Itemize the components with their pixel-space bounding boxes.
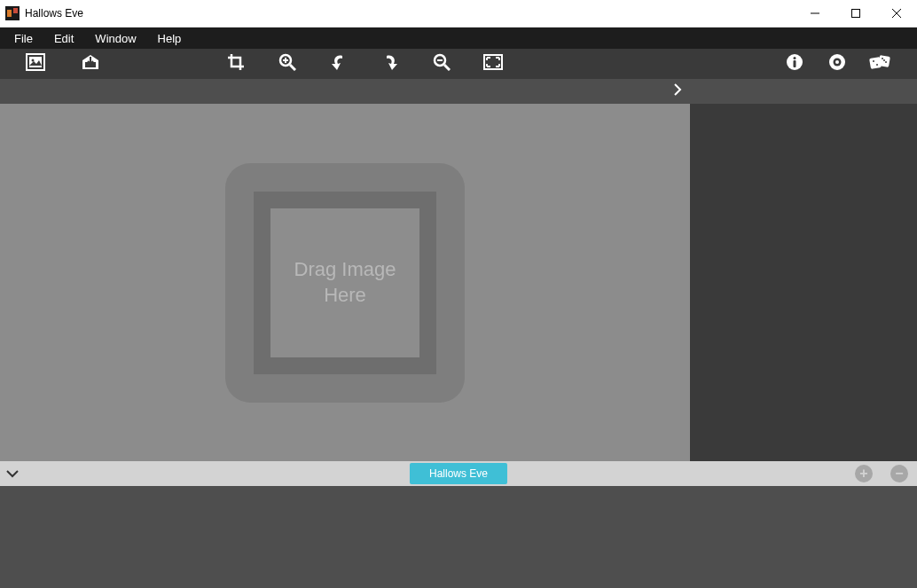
svg-point-31 xyxy=(883,59,885,61)
menu-file[interactable]: File xyxy=(4,29,43,48)
menubar: File Edit Window Help xyxy=(0,27,917,49)
crop-button[interactable] xyxy=(216,49,255,79)
theme-chip-label: Hallows Eve xyxy=(429,467,488,480)
svg-rect-21 xyxy=(794,60,796,67)
minimize-button[interactable] xyxy=(795,0,835,27)
menu-edit[interactable]: Edit xyxy=(43,29,84,48)
svg-rect-4 xyxy=(852,10,860,18)
svg-line-12 xyxy=(290,65,295,70)
svg-line-16 xyxy=(444,65,450,70)
target-button[interactable] xyxy=(816,49,858,79)
toolbar xyxy=(0,49,917,79)
fit-screen-icon xyxy=(483,54,503,74)
bottom-dock xyxy=(0,486,917,588)
svg-point-20 xyxy=(794,57,796,59)
side-panel xyxy=(690,104,917,461)
window-title: Hallows Eve xyxy=(25,7,795,20)
main-area: Drag Image Here xyxy=(0,104,917,461)
zoom-in-icon xyxy=(278,53,296,74)
menu-window[interactable]: Window xyxy=(84,29,146,48)
svg-point-30 xyxy=(885,61,887,63)
footer-collapse-button[interactable] xyxy=(0,466,25,482)
fit-screen-button[interactable] xyxy=(474,49,513,79)
zoom-out-button[interactable] xyxy=(422,49,461,79)
chevron-down-icon xyxy=(6,466,19,482)
drop-text-line2: Here xyxy=(324,284,366,306)
undo-button[interactable] xyxy=(319,49,358,79)
subbar xyxy=(0,79,917,104)
target-icon xyxy=(828,53,846,74)
menu-help[interactable]: Help xyxy=(147,29,192,48)
open-image-button[interactable] xyxy=(16,49,55,79)
redo-button[interactable] xyxy=(371,49,410,79)
drop-target[interactable]: Drag Image Here xyxy=(225,163,465,403)
window-controls xyxy=(795,0,917,27)
dice-icon xyxy=(869,53,890,74)
drop-frame: Drag Image Here xyxy=(254,192,436,374)
info-button[interactable] xyxy=(773,49,816,79)
open-image-icon xyxy=(26,53,45,74)
crop-icon xyxy=(227,53,245,74)
close-button[interactable] xyxy=(876,0,917,27)
footer-plus-button[interactable]: + xyxy=(855,465,873,482)
save-icon xyxy=(81,53,100,74)
undo-icon xyxy=(330,53,348,74)
app-icon xyxy=(5,6,20,20)
drop-text: Drag Image Here xyxy=(294,257,396,308)
zoom-out-icon xyxy=(433,53,451,74)
svg-point-27 xyxy=(873,60,874,62)
zoom-in-button[interactable] xyxy=(268,49,307,79)
drop-text-line1: Drag Image xyxy=(294,258,396,280)
dice-button[interactable] xyxy=(858,49,901,79)
footer: Hallows Eve + − xyxy=(0,461,917,486)
redo-icon xyxy=(381,53,399,74)
plus-icon: + xyxy=(859,466,867,481)
svg-rect-2 xyxy=(13,8,18,13)
footer-zoom-controls: + − xyxy=(855,465,908,482)
drop-inner: Drag Image Here xyxy=(270,208,419,357)
svg-point-28 xyxy=(876,64,878,66)
svg-point-29 xyxy=(882,58,883,59)
info-icon xyxy=(786,53,803,74)
expand-panel-button[interactable] xyxy=(669,82,686,100)
maximize-button[interactable] xyxy=(835,0,876,27)
chevron-right-icon xyxy=(673,83,682,99)
canvas[interactable]: Drag Image Here xyxy=(0,104,690,461)
svg-point-24 xyxy=(835,60,839,64)
footer-minus-button[interactable]: − xyxy=(890,465,908,482)
theme-chip[interactable]: Hallows Eve xyxy=(410,463,507,484)
minus-icon: − xyxy=(895,466,903,481)
svg-rect-1 xyxy=(7,10,12,17)
save-button[interactable] xyxy=(71,49,110,79)
titlebar: Hallows Eve xyxy=(0,0,917,27)
